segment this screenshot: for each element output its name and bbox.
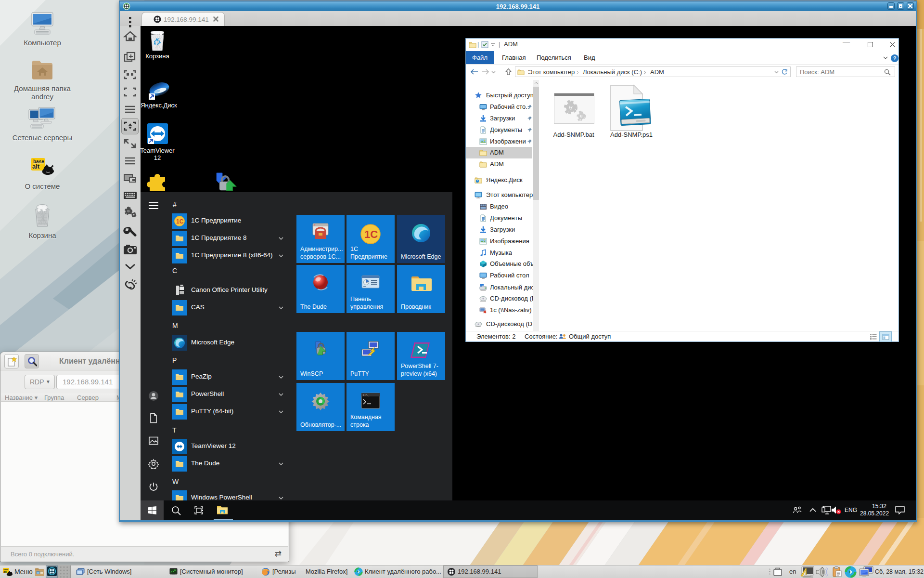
svg-text:alt: alt [32, 163, 40, 170]
svg-text:C:\_: C:\_ [363, 394, 370, 397]
svg-text:alt: alt [3, 570, 7, 573]
svg-text:1С: 1С [176, 218, 184, 225]
svg-text:1С: 1С [364, 228, 378, 240]
